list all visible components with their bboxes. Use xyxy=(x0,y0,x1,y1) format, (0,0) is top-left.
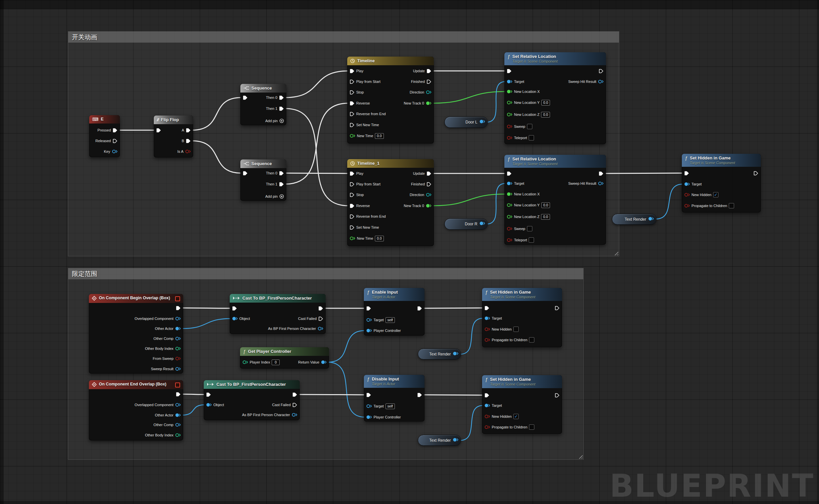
data-pin-icon[interactable] xyxy=(242,360,248,365)
exec-pin-icon[interactable] xyxy=(753,171,758,176)
node-sh2[interactable]: ƒSet Hidden in GameTarget is Scene Compo… xyxy=(482,288,562,347)
node-header[interactable]: ƒSet Relative LocationTarget is Scene Co… xyxy=(504,155,606,168)
pin-enable-pc[interactable]: Player Controller xyxy=(366,328,401,334)
node-enable[interactable]: ƒEnable InputTarget is ActorTargetselfPl… xyxy=(364,288,424,336)
exec-pin-icon[interactable] xyxy=(350,203,355,208)
pin-srl1-out[interactable] xyxy=(597,68,604,74)
pin-value-box[interactable]: self xyxy=(386,403,395,409)
data-pin-icon[interactable] xyxy=(175,413,181,417)
pin-srl1-sweep[interactable]: Sweep xyxy=(507,124,532,129)
pin-sh3-prop[interactable]: Propagate to Children xyxy=(484,424,534,430)
pin-sh3-newhidden[interactable]: New Hidden✓ xyxy=(484,413,519,419)
exec-pin-icon[interactable] xyxy=(176,306,181,311)
exec-pin-icon[interactable] xyxy=(318,316,323,321)
exec-pin-icon[interactable] xyxy=(426,182,431,187)
pin-begin-sweepresult[interactable]: Sweep Result xyxy=(151,366,181,372)
pin-begin-comp[interactable]: Overlapped Component xyxy=(135,316,181,322)
data-pin-icon[interactable] xyxy=(426,101,431,106)
add-pin-icon[interactable] xyxy=(279,194,284,199)
data-pin-icon[interactable] xyxy=(507,203,512,207)
pin-srl1-target[interactable]: Target xyxy=(507,79,524,85)
exec-pin-icon[interactable] xyxy=(350,123,355,127)
node-header[interactable]: ƒGet Player Controller xyxy=(240,347,329,356)
node-header[interactable]: ⌨E xyxy=(89,115,120,124)
pin-enable-target[interactable]: Targetself xyxy=(366,317,395,323)
data-pin-icon[interactable] xyxy=(206,402,212,407)
pin-sh2-prop[interactable]: Propagate to Children xyxy=(484,337,534,343)
pin-seq2-addpin[interactable]: Add pin xyxy=(265,193,284,199)
data-pin-icon[interactable] xyxy=(484,327,490,332)
pin-srl2-target[interactable]: Target xyxy=(507,180,524,186)
node-end[interactable]: On Component End Overlap (Box)Overlapped… xyxy=(89,380,183,440)
pin-end-exec[interactable] xyxy=(174,391,181,397)
node-header[interactable]: Timeline xyxy=(347,57,434,65)
blueprint-graph-canvas[interactable]: 开关动画限定范围 ⌨EPressedReleasedKey//Flip Flop… xyxy=(0,0,819,504)
pin-tl2-finished[interactable]: Finished xyxy=(411,181,431,187)
exec-pin-icon[interactable] xyxy=(279,95,284,100)
node-disable[interactable]: ƒDisable InputTarget is ActorTargetselfP… xyxy=(364,375,424,421)
pin-tl2-update[interactable]: Update xyxy=(413,170,431,176)
node-header[interactable]: Cast To BP_FirstPersonCharacter xyxy=(230,294,326,303)
delegate-pin[interactable] xyxy=(175,296,180,301)
pin-tl2-direction[interactable]: Direction xyxy=(410,192,431,198)
pin-srl2-out[interactable] xyxy=(597,170,604,176)
exec-pin-icon[interactable] xyxy=(318,306,323,311)
pin-key-e-key[interactable]: Key xyxy=(104,148,118,154)
data-pin-icon[interactable] xyxy=(232,316,238,321)
pin-key-e-released[interactable]: Released xyxy=(96,138,118,144)
pin-tl1-reverse[interactable]: Reverse xyxy=(350,100,370,106)
exec-pin-icon[interactable] xyxy=(350,69,355,74)
pin-tl2-stop[interactable]: Stop xyxy=(350,192,364,198)
pin-seq2-then1[interactable]: Then 1 xyxy=(266,181,284,187)
data-pin-icon[interactable] xyxy=(484,425,490,429)
exec-pin-icon[interactable] xyxy=(113,128,118,133)
variable-pin-icon[interactable] xyxy=(479,119,485,125)
exec-pin-icon[interactable] xyxy=(279,171,284,176)
exec-pin-icon[interactable] xyxy=(484,393,489,398)
pin-cast1-object[interactable]: Object xyxy=(232,316,250,322)
pin-tl1-direction[interactable]: Direction xyxy=(410,89,431,95)
delegate-pin[interactable] xyxy=(175,382,180,387)
pin-tl1-stop[interactable]: Stop xyxy=(350,89,364,95)
data-pin-icon[interactable] xyxy=(507,100,512,105)
exec-pin-icon[interactable] xyxy=(366,392,371,397)
pin-gpc-ret[interactable]: Return Value xyxy=(298,359,327,365)
node-header[interactable]: Sequence xyxy=(240,84,286,93)
data-pin-icon[interactable] xyxy=(366,404,372,408)
node-header[interactable]: Cast To BP_FirstPersonCharacter xyxy=(204,380,300,389)
data-pin-icon[interactable] xyxy=(175,422,181,427)
pin-seq1-addpin[interactable]: Add pin xyxy=(265,118,284,124)
pin-seq2-in[interactable] xyxy=(243,170,249,176)
pin-value-box[interactable]: self xyxy=(386,317,395,323)
pin-value-box[interactable]: 0 xyxy=(272,360,280,365)
data-pin-icon[interactable] xyxy=(426,203,431,208)
pin-begin-othercomp[interactable]: Other Comp xyxy=(153,336,181,342)
exec-pin-icon[interactable] xyxy=(426,79,431,84)
pin-sh1-out[interactable] xyxy=(752,170,758,176)
pin-checkbox[interactable]: ✓ xyxy=(513,414,519,419)
exec-pin-icon[interactable] xyxy=(507,69,512,74)
pin-checkbox[interactable] xyxy=(527,124,532,129)
pin-cast1-castfailed[interactable]: Cast Failed xyxy=(298,316,323,322)
data-pin-icon[interactable] xyxy=(175,433,181,437)
exec-pin-icon[interactable] xyxy=(350,171,355,176)
exec-pin-icon[interactable] xyxy=(113,138,118,143)
pin-tl1-finished[interactable]: Finished xyxy=(411,79,431,85)
exec-pin-icon[interactable] xyxy=(279,182,284,187)
exec-pin-icon[interactable] xyxy=(599,171,604,176)
data-pin-icon[interactable] xyxy=(318,326,323,331)
pin-flipflop-b[interactable]: B xyxy=(182,138,191,144)
pin-cast2-object[interactable]: Object xyxy=(206,402,224,408)
data-pin-icon[interactable] xyxy=(321,360,327,365)
node-header[interactable]: ƒDisable InputTarget is Actor xyxy=(364,375,424,388)
node-header[interactable]: ƒSet Hidden in GameTarget is Scene Compo… xyxy=(482,288,562,301)
pin-enable-out[interactable] xyxy=(415,305,422,311)
exec-pin-icon[interactable] xyxy=(555,306,560,311)
node-header[interactable]: ƒSet Hidden in GameTarget is Scene Compo… xyxy=(682,154,761,167)
pin-tl1-track[interactable]: New Track 0 xyxy=(404,100,431,106)
pin-flipflop-isa[interactable]: Is A xyxy=(177,148,191,154)
pin-enable-in[interactable] xyxy=(366,305,373,311)
data-pin-icon[interactable] xyxy=(507,181,512,186)
exec-pin-icon[interactable] xyxy=(684,171,689,176)
node-cast2[interactable]: Cast To BP_FirstPersonCharacterObjectCas… xyxy=(204,380,300,420)
